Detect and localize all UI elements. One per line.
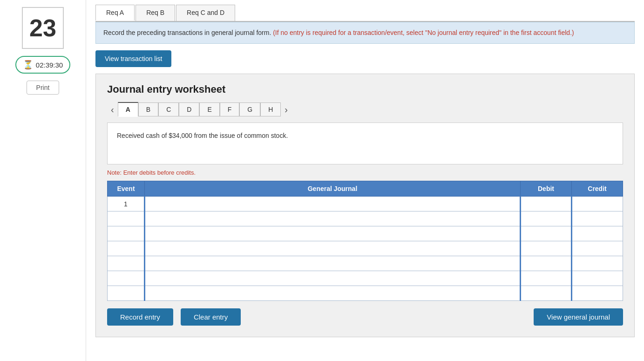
col-header-event: Event [108,181,145,197]
credit-input-0[interactable] [572,197,623,211]
credit-input-cell-6[interactable] [572,286,623,301]
worksheet-title: Journal entry worksheet [107,83,623,95]
entry-tab-a[interactable]: A [118,102,138,117]
credit-input-cell-5[interactable] [572,271,623,286]
table-row [108,226,623,241]
credit-input-3[interactable] [572,241,623,256]
table-row [108,211,623,226]
debit-input-4[interactable] [521,256,571,271]
credit-input-4[interactable] [572,256,623,271]
timer-display: ⏳ 02:39:30 [15,56,70,74]
journal-input-cell-6[interactable] [145,286,521,301]
instruction-main-text: Record the preceding transactions in gen… [103,29,271,36]
event-cell-1 [108,211,145,226]
journal-input-cell-2[interactable] [145,226,521,241]
debit-input-cell-4[interactable] [521,256,572,271]
entry-tab-f[interactable]: F [220,102,240,116]
credit-input-cell-2[interactable] [572,226,623,241]
journal-input-cell-5[interactable] [145,271,521,286]
credit-input-cell-1[interactable] [572,211,623,226]
entry-tab-b[interactable]: B [138,102,158,116]
event-cell-0: 1 [108,197,145,211]
debit-input-cell-6[interactable] [521,286,572,301]
entry-tab-g[interactable]: G [239,102,260,116]
debit-input-6[interactable] [521,286,571,300]
debit-input-1[interactable] [521,211,571,226]
debit-input-cell-2[interactable] [521,226,572,241]
main-tabs: Req A Req B Req C and D [95,5,635,22]
journal-input-5[interactable] [145,271,520,286]
tab-req-b[interactable]: Req B [136,5,175,21]
table-row [108,241,623,256]
debit-input-3[interactable] [521,241,571,256]
next-entry-arrow[interactable]: › [281,102,291,117]
journal-input-3[interactable] [145,241,520,256]
col-header-debit: Debit [521,181,572,197]
journal-input-cell-4[interactable] [145,256,521,271]
credit-input-cell-4[interactable] [572,256,623,271]
credit-input-2[interactable] [572,226,623,241]
table-row: 1 [108,197,623,211]
table-row [108,286,623,301]
entry-tab-c[interactable]: C [158,102,179,116]
col-header-journal: General Journal [145,181,521,197]
credit-input-1[interactable] [572,211,623,226]
problem-number: 23 [22,7,64,49]
debit-input-cell-0[interactable] [521,197,572,211]
note-text: Note: Enter debits before credits. [107,169,623,176]
journal-input-cell-0[interactable] [145,197,521,211]
entry-tab-h[interactable]: H [260,102,281,116]
worksheet-container: Journal entry worksheet ‹ A B C D E F G … [95,74,635,337]
entry-tabs: ‹ A B C D E F G H › [107,102,623,117]
clear-entry-button[interactable]: Clear entry [181,308,241,326]
credit-input-cell-3[interactable] [572,241,623,256]
entry-tab-d[interactable]: D [179,102,199,116]
event-cell-3 [108,241,145,256]
journal-input-4[interactable] [145,256,520,271]
debit-input-cell-1[interactable] [521,211,572,226]
journal-input-cell-3[interactable] [145,241,521,256]
view-general-journal-button[interactable]: View general journal [534,308,623,326]
prev-entry-arrow[interactable]: ‹ [107,102,118,117]
debit-input-5[interactable] [521,271,571,286]
record-entry-button[interactable]: Record entry [107,308,173,326]
journal-input-2[interactable] [145,226,520,241]
journal-table: Event General Journal Debit Credit 1 [107,181,623,301]
entry-tab-e[interactable]: E [199,102,219,116]
event-cell-2 [108,226,145,241]
debit-input-0[interactable] [521,197,571,211]
print-button[interactable]: Print [27,81,60,95]
debit-input-cell-5[interactable] [521,271,572,286]
tab-req-a[interactable]: Req A [95,5,135,21]
table-row [108,271,623,286]
journal-input-cell-1[interactable] [145,211,521,226]
bottom-buttons: Record entry Clear entry View general jo… [107,308,623,326]
instruction-note-text: (If no entry is required for a transacti… [273,29,574,36]
event-cell-6 [108,286,145,301]
credit-input-cell-0[interactable] [572,197,623,211]
timer-icon: ⏳ [23,60,33,70]
transaction-description: Received cash of $34,000 from the issue … [107,123,623,164]
tab-req-c-d[interactable]: Req C and D [176,5,235,21]
credit-input-5[interactable] [572,271,623,286]
event-cell-5 [108,271,145,286]
debit-input-2[interactable] [521,226,571,241]
credit-input-6[interactable] [572,286,623,300]
journal-input-6[interactable] [145,286,520,300]
instruction-banner: Record the preceding transactions in gen… [95,22,635,44]
journal-input-1[interactable] [145,211,520,226]
event-cell-4 [108,256,145,271]
journal-input-0[interactable] [145,197,520,211]
table-row [108,256,623,271]
col-header-credit: Credit [572,181,623,197]
view-transaction-button[interactable]: View transaction list [95,50,171,67]
debit-input-cell-3[interactable] [521,241,572,256]
